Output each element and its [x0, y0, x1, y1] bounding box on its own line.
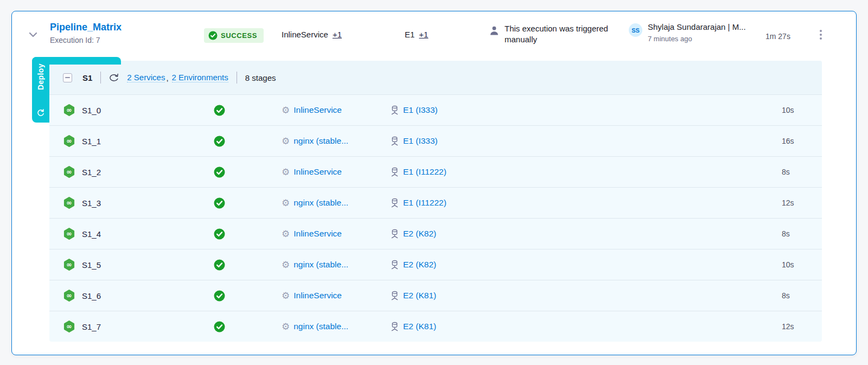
environment-cell: E2 (K82) [390, 260, 436, 270]
svg-text:∞: ∞ [66, 168, 72, 176]
environment-icon [390, 136, 399, 146]
service-gear-icon: ⚙ [282, 106, 290, 115]
stage-cell: ∞ S1_6 [63, 289, 214, 302]
services-count-link[interactable]: 2 Services [127, 73, 165, 82]
header-services: InlineService +1 [282, 30, 342, 39]
stage-row[interactable]: ∞ S1_7 ⚙ nginx (stable... E2 (K81) 12s [49, 311, 822, 342]
execution-id: Execution Id: 7 [50, 36, 122, 44]
stage-name-link[interactable]: S1_4 [82, 229, 101, 239]
status-cell [214, 290, 282, 302]
environment-cell: E1 (I333) [390, 105, 438, 115]
stage-duration: 8s [782, 291, 790, 300]
svg-text:∞: ∞ [66, 322, 72, 330]
service-link[interactable]: InlineService [293, 105, 342, 115]
stage-row[interactable]: ∞ S1_3 ⚙ nginx (stable... E1 (I11222) 12… [49, 187, 822, 218]
service-link[interactable]: nginx (stable... [293, 136, 348, 146]
user-name: Shylaja Sundararajan | M... [648, 22, 746, 31]
user-avatar[interactable]: SS [629, 23, 642, 37]
environment-icon [390, 260, 399, 270]
collapse-chevron-icon[interactable] [27, 29, 39, 41]
stage-cell: ∞ S1_3 [63, 196, 214, 209]
service-link[interactable]: nginx (stable... [293, 322, 348, 331]
stage-row[interactable]: ∞ S1_4 ⚙ InlineService E2 (K82) 8s [49, 218, 822, 249]
stage-name-link[interactable]: S1_0 [82, 106, 101, 115]
service-cell: ⚙ nginx (stable... [282, 198, 390, 208]
environment-link[interactable]: E1 (I11222) [403, 167, 446, 177]
divider [100, 72, 101, 84]
stage-cell: ∞ S1_0 [63, 104, 214, 117]
matrix-stage-icon: ∞ [63, 135, 75, 148]
stage-group-checkbox[interactable] [63, 73, 72, 82]
environment-link[interactable]: E2 (K82) [403, 260, 436, 270]
stage-duration: 10s [782, 106, 794, 114]
stage-cell: ∞ S1_4 [63, 227, 214, 240]
status-cell [214, 259, 282, 271]
service-link[interactable]: InlineService [293, 229, 342, 239]
status-cell [214, 321, 282, 332]
environment-link[interactable]: E1 (I333) [403, 136, 438, 146]
stage-name-link[interactable]: S1_1 [82, 137, 101, 146]
matrix-stage-icon: ∞ [63, 320, 75, 333]
pipeline-title-link[interactable]: Pipeline_Matrix [50, 22, 122, 33]
stage-row[interactable]: ∞ S1_2 ⚙ InlineService E1 (I11222) 8s [49, 156, 822, 187]
stage-cell: ∞ S1_1 [63, 135, 214, 148]
status-cell [214, 197, 282, 209]
stage-group-header: S1 2 Services , 2 Environments 8 stages [49, 61, 822, 94]
environment-link[interactable]: E1 (I333) [403, 105, 438, 115]
environments-more-link[interactable]: +1 [419, 30, 428, 39]
matrix-stage-icon: ∞ [63, 104, 75, 117]
environment-link[interactable]: E2 (K81) [403, 322, 436, 331]
deploy-tab-label: Deploy [36, 63, 45, 90]
stage-name-link[interactable]: S1_7 [82, 322, 101, 331]
environment-icon [390, 198, 399, 208]
loop-strategy-icon [36, 108, 45, 117]
stage-duration: 12s [782, 198, 794, 207]
stage-success-icon [214, 321, 225, 332]
service-link[interactable]: InlineService [293, 167, 342, 177]
service-link[interactable]: nginx (stable... [293, 198, 348, 208]
service-cell: ⚙ InlineService [282, 105, 390, 115]
stage-row[interactable]: ∞ S1_1 ⚙ nginx (stable... E1 (I333) 16s [49, 125, 822, 156]
services-more-link[interactable]: +1 [333, 30, 342, 39]
environment-icon [390, 322, 399, 331]
svg-text:∞: ∞ [66, 106, 72, 114]
svg-text:∞: ∞ [66, 137, 72, 145]
divider [237, 72, 237, 84]
environment-link[interactable]: E2 (K82) [403, 229, 436, 239]
service-cell: ⚙ nginx (stable... [282, 260, 390, 270]
matrix-stage-icon: ∞ [63, 165, 75, 178]
stage-row[interactable]: ∞ S1_0 ⚙ InlineService E1 (I333) 10s [49, 94, 822, 125]
service-gear-icon: ⚙ [282, 198, 290, 208]
environment-cell: E2 (K82) [390, 229, 436, 239]
matrix-stage-icon: ∞ [63, 258, 75, 271]
stage-success-icon [214, 105, 225, 116]
matrix-stage-icon: ∞ [63, 289, 75, 302]
service-link[interactable]: nginx (stable... [293, 260, 348, 270]
environment-icon [390, 229, 399, 239]
status-label: SUCCESS [221, 31, 257, 40]
service-cell: ⚙ nginx (stable... [282, 136, 390, 146]
person-icon [489, 25, 499, 36]
stage-name-link[interactable]: S1_2 [82, 168, 101, 177]
stage-name-link[interactable]: S1_6 [82, 291, 101, 300]
stage-row[interactable]: ∞ S1_6 ⚙ InlineService E2 (K81) 8s [49, 280, 822, 311]
environments-count-link[interactable]: 2 Environments [172, 73, 228, 82]
stage-name-link[interactable]: S1_3 [82, 198, 101, 208]
service-gear-icon: ⚙ [282, 137, 290, 146]
environment-cell: E2 (K81) [390, 291, 436, 300]
tab-deploy[interactable]: Deploy [32, 57, 49, 123]
header-environments: E1 +1 [405, 30, 428, 39]
status-cell [214, 105, 282, 116]
environment-icon [390, 291, 399, 300]
title-block: Pipeline_Matrix Execution Id: 7 [50, 22, 122, 44]
environment-link[interactable]: E1 (I11222) [403, 198, 446, 208]
stage-name-link[interactable]: S1_5 [82, 260, 101, 270]
stage-row[interactable]: ∞ S1_5 ⚙ nginx (stable... E2 (K82) 10s [49, 249, 822, 280]
more-options-menu-icon[interactable] [814, 28, 828, 42]
service-link[interactable]: InlineService [293, 291, 342, 300]
svg-text:∞: ∞ [66, 229, 72, 238]
environment-link[interactable]: E2 (K81) [403, 291, 436, 300]
trigger-info: This execution was triggered manually [489, 23, 635, 45]
stage-matrix-panel: S1 2 Services , 2 Environments 8 stages … [49, 61, 822, 342]
status-cell [214, 136, 282, 147]
